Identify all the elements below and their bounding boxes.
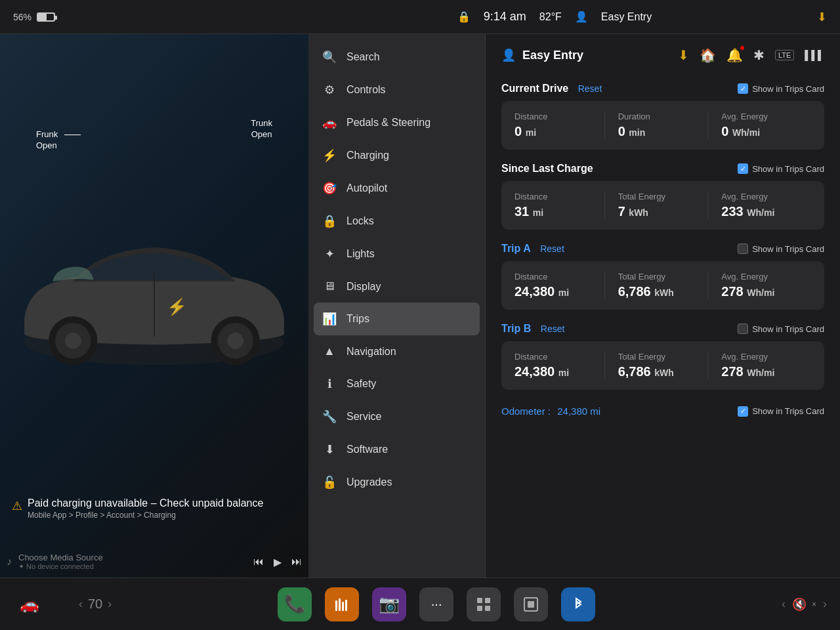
header-icons: ⬇ 🏠 🔔 ✱ LTE ▌▌▌: [678, 47, 824, 63]
pedals-icon: 🚗: [322, 116, 337, 130]
since-last-charge-checkbox[interactable]: ✓: [738, 163, 748, 174]
menu-item-controls[interactable]: ⚙ Controls: [308, 74, 485, 106]
slc-total-energy: Total Energy 7 kWh: [604, 192, 708, 219]
locks-icon: 🔒: [322, 214, 337, 228]
grid-app-btn[interactable]: [467, 587, 501, 621]
battery-icon: [37, 12, 55, 22]
user-icon: 👤: [575, 10, 588, 23]
menu-item-search[interactable]: 🔍 Search: [308, 41, 485, 74]
trip-b-distance: Distance 24,380 mi: [514, 352, 604, 379]
warning-title: Paid charging unavailable – Check unpaid…: [28, 497, 263, 509]
taskbar-nav-right[interactable]: ›: [823, 597, 827, 611]
menu-item-upgrades[interactable]: 🔓 Upgrades: [308, 466, 485, 499]
svg-text:⚡: ⚡: [167, 297, 187, 317]
trip-a-header: Trip A Reset Show in Trips Card: [501, 243, 824, 255]
menu-item-display[interactable]: 🖥 Display: [308, 270, 485, 303]
music-app-btn[interactable]: [325, 587, 359, 621]
svg-rect-12: [345, 600, 347, 611]
trip-b-checkbox[interactable]: [738, 324, 748, 334]
trip-b-reset[interactable]: Reset: [541, 324, 565, 334]
charging-icon: ⚡: [322, 148, 337, 163]
temperature-display: 82°F: [539, 11, 562, 23]
content-title: Easy Entry: [522, 49, 583, 62]
time-display: 9:14 am: [484, 10, 526, 24]
menu-item-autopilot[interactable]: 🎯 Autopilot: [308, 172, 485, 205]
content-header-left: 👤 Easy Entry: [501, 48, 583, 62]
odometer-checkbox[interactable]: ✓: [738, 406, 748, 417]
trip-b-stats: Distance 24,380 mi Total Energy 6,786 kW…: [501, 341, 824, 390]
current-drive-stats: Distance 0 mi Duration 0 min: [501, 101, 824, 150]
software-icon: ⬇: [322, 442, 337, 457]
menu-item-navigation[interactable]: ▲ Navigation: [308, 335, 485, 368]
status-bar-left: 56%: [13, 12, 322, 22]
slc-avg-energy: Avg. Energy 233 Wh/mi: [707, 192, 811, 219]
menu-item-pedals[interactable]: 🚗 Pedals & Steering: [308, 106, 485, 139]
main-content: ⚡ Frunk Open Trunk Open ⚠ Paid charging …: [0, 34, 840, 578]
frunk-label: Frunk Open: [36, 129, 58, 152]
svg-rect-14: [485, 598, 490, 603]
content-panel: 👤 Easy Entry ⬇ 🏠 🔔 ✱ LTE ▌▌▌ Current Dri…: [486, 34, 840, 578]
trip-b-show-trips[interactable]: Show in Trips Card: [738, 324, 824, 334]
dots-app-btn[interactable]: ···: [419, 587, 453, 621]
square-app-btn[interactable]: [514, 587, 548, 621]
trip-a-checkbox[interactable]: [738, 243, 748, 254]
odometer-show-trips[interactable]: ✓ Show in Trips Card: [738, 406, 824, 417]
lte-badge: LTE: [775, 50, 794, 60]
since-last-charge-show-trips[interactable]: ✓ Show in Trips Card: [738, 163, 824, 174]
volume-controls: 🔇 ×: [792, 597, 816, 612]
svg-rect-11: [342, 602, 344, 611]
svg-rect-10: [339, 598, 341, 611]
navigation-icon: ▲: [322, 345, 337, 358]
play-btn[interactable]: ▶: [274, 556, 282, 568]
menu-item-service[interactable]: 🔧 Service: [308, 400, 485, 433]
bell-icon: 🔔: [726, 47, 743, 63]
trip-a-show-trips[interactable]: Show in Trips Card: [738, 243, 824, 254]
trip-b-header: Trip B Reset Show in Trips Card: [501, 323, 824, 335]
current-drive-title: Current Drive: [501, 83, 568, 94]
current-drive-reset[interactable]: Reset: [578, 83, 602, 94]
menu-item-lights[interactable]: ✦ Lights: [308, 238, 485, 270]
nav-right-btn[interactable]: ›: [108, 597, 112, 611]
media-info: Choose Media Source ✦ No device connecte…: [18, 553, 103, 571]
media-device-label: ✦ No device connected: [18, 562, 103, 571]
next-track-btn[interactable]: ⏭: [291, 556, 302, 568]
menu-item-software[interactable]: ⬇ Software: [308, 433, 485, 466]
upgrades-icon: 🔓: [322, 475, 337, 490]
warning-icon: ⚠: [12, 499, 22, 513]
phone-app-btn[interactable]: 📞: [278, 587, 312, 621]
trip-a-reset[interactable]: Reset: [540, 243, 564, 254]
trip-b-avg-energy: Avg. Energy 278 Wh/mi: [707, 352, 811, 379]
current-drive-checkbox[interactable]: ✓: [738, 83, 748, 94]
svg-rect-9: [335, 600, 337, 611]
trip-a-distance: Distance 24,380 mi: [514, 272, 604, 299]
media-bar: ♪ Choose Media Source ✦ No device connec…: [7, 553, 302, 571]
taskbar-right: ‹ 🔇 × ›: [748, 597, 827, 612]
current-drive-header: Current Drive Reset ✓ Show in Trips Card: [501, 83, 824, 94]
car-home-btn[interactable]: 🚗: [13, 588, 46, 621]
current-drive-avg-energy: Avg. Energy 0 Wh/mi: [707, 112, 811, 139]
bluetooth-app-btn[interactable]: [561, 587, 595, 621]
prev-track-btn[interactable]: ⏮: [253, 556, 264, 568]
menu-item-trips[interactable]: 📊 Trips: [314, 303, 480, 335]
taskbar-left: 🚗: [13, 588, 79, 621]
current-drive-distance: Distance 0 mi: [514, 112, 604, 139]
trip-a-total-energy: Total Energy 6,786 kWh: [604, 272, 708, 299]
since-last-charge-header: Since Last Charge ✓ Show in Trips Card: [501, 163, 824, 175]
svg-point-4: [65, 333, 81, 349]
nav-left-btn[interactable]: ‹: [79, 597, 83, 611]
menu-item-safety[interactable]: ℹ Safety: [308, 368, 485, 400]
current-drive-show-trips[interactable]: ✓ Show in Trips Card: [738, 83, 824, 94]
mute-btn[interactable]: 🔇: [792, 597, 807, 612]
camera-app-btn[interactable]: 📷: [372, 587, 406, 621]
menu-item-charging[interactable]: ⚡ Charging: [308, 139, 485, 172]
since-last-charge-section: Since Last Charge ✓ Show in Trips Card D…: [501, 163, 824, 230]
signal-icon: ▌▌▌: [805, 50, 824, 60]
autopilot-icon: 🎯: [322, 181, 337, 196]
menu-item-locks[interactable]: 🔒 Locks: [308, 205, 485, 238]
display-icon: 🖥: [322, 280, 337, 293]
svg-rect-13: [477, 598, 482, 603]
trunk-label: Trunk Open: [251, 118, 272, 140]
taskbar-apps: 📞 📷 ···: [125, 587, 748, 621]
battery-percent: 56%: [13, 12, 32, 22]
taskbar-nav-left[interactable]: ‹: [782, 597, 786, 611]
